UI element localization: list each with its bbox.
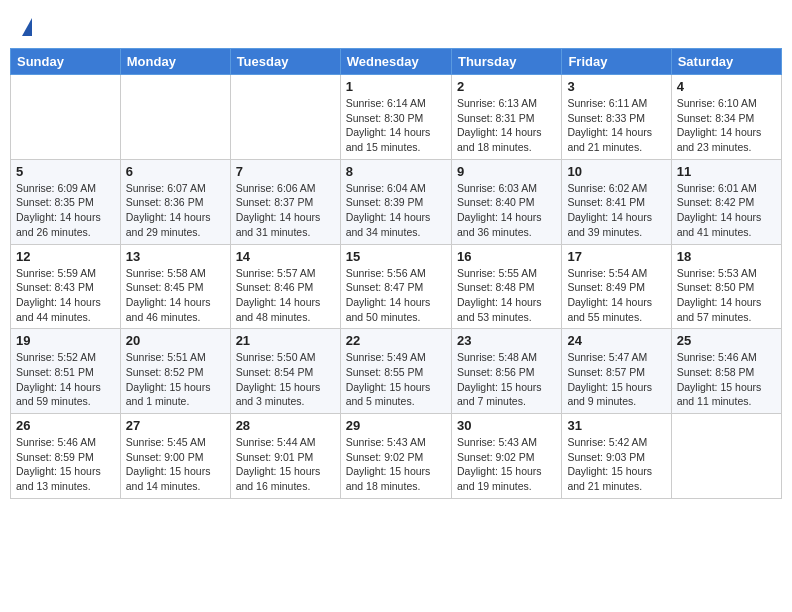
day-info: Sunrise: 5:46 AM Sunset: 8:58 PM Dayligh… [677,350,776,409]
logo [20,18,32,38]
calendar-cell: 26Sunrise: 5:46 AM Sunset: 8:59 PM Dayli… [11,414,121,499]
day-info: Sunrise: 5:53 AM Sunset: 8:50 PM Dayligh… [677,266,776,325]
calendar-cell: 28Sunrise: 5:44 AM Sunset: 9:01 PM Dayli… [230,414,340,499]
calendar-header-saturday: Saturday [671,49,781,75]
calendar-cell: 24Sunrise: 5:47 AM Sunset: 8:57 PM Dayli… [562,329,671,414]
calendar-cell: 21Sunrise: 5:50 AM Sunset: 8:54 PM Dayli… [230,329,340,414]
day-info: Sunrise: 6:13 AM Sunset: 8:31 PM Dayligh… [457,96,556,155]
calendar-header-wednesday: Wednesday [340,49,451,75]
calendar-cell: 15Sunrise: 5:56 AM Sunset: 8:47 PM Dayli… [340,244,451,329]
day-info: Sunrise: 5:50 AM Sunset: 8:54 PM Dayligh… [236,350,335,409]
calendar-header-row: SundayMondayTuesdayWednesdayThursdayFrid… [11,49,782,75]
calendar-cell: 25Sunrise: 5:46 AM Sunset: 8:58 PM Dayli… [671,329,781,414]
day-info: Sunrise: 5:54 AM Sunset: 8:49 PM Dayligh… [567,266,665,325]
day-info: Sunrise: 6:02 AM Sunset: 8:41 PM Dayligh… [567,181,665,240]
day-number: 1 [346,79,446,94]
calendar-cell: 12Sunrise: 5:59 AM Sunset: 8:43 PM Dayli… [11,244,121,329]
calendar-header-thursday: Thursday [451,49,561,75]
calendar-cell: 14Sunrise: 5:57 AM Sunset: 8:46 PM Dayli… [230,244,340,329]
day-number: 2 [457,79,556,94]
day-info: Sunrise: 5:58 AM Sunset: 8:45 PM Dayligh… [126,266,225,325]
day-info: Sunrise: 5:48 AM Sunset: 8:56 PM Dayligh… [457,350,556,409]
calendar-cell: 5Sunrise: 6:09 AM Sunset: 8:35 PM Daylig… [11,159,121,244]
day-number: 24 [567,333,665,348]
day-number: 8 [346,164,446,179]
day-number: 31 [567,418,665,433]
day-info: Sunrise: 5:55 AM Sunset: 8:48 PM Dayligh… [457,266,556,325]
day-number: 27 [126,418,225,433]
calendar-cell: 10Sunrise: 6:02 AM Sunset: 8:41 PM Dayli… [562,159,671,244]
day-info: Sunrise: 6:14 AM Sunset: 8:30 PM Dayligh… [346,96,446,155]
calendar-cell: 30Sunrise: 5:43 AM Sunset: 9:02 PM Dayli… [451,414,561,499]
day-number: 16 [457,249,556,264]
day-number: 5 [16,164,115,179]
day-number: 26 [16,418,115,433]
calendar-cell: 22Sunrise: 5:49 AM Sunset: 8:55 PM Dayli… [340,329,451,414]
day-info: Sunrise: 5:56 AM Sunset: 8:47 PM Dayligh… [346,266,446,325]
calendar-header-monday: Monday [120,49,230,75]
day-info: Sunrise: 6:03 AM Sunset: 8:40 PM Dayligh… [457,181,556,240]
logo-triangle-icon [22,18,32,36]
calendar-cell: 6Sunrise: 6:07 AM Sunset: 8:36 PM Daylig… [120,159,230,244]
day-number: 20 [126,333,225,348]
day-info: Sunrise: 5:43 AM Sunset: 9:02 PM Dayligh… [346,435,446,494]
day-number: 12 [16,249,115,264]
calendar-cell: 1Sunrise: 6:14 AM Sunset: 8:30 PM Daylig… [340,75,451,160]
calendar-cell: 31Sunrise: 5:42 AM Sunset: 9:03 PM Dayli… [562,414,671,499]
day-info: Sunrise: 5:43 AM Sunset: 9:02 PM Dayligh… [457,435,556,494]
page-header [10,10,782,44]
day-number: 4 [677,79,776,94]
calendar-cell: 18Sunrise: 5:53 AM Sunset: 8:50 PM Dayli… [671,244,781,329]
calendar-cell: 23Sunrise: 5:48 AM Sunset: 8:56 PM Dayli… [451,329,561,414]
calendar-cell: 17Sunrise: 5:54 AM Sunset: 8:49 PM Dayli… [562,244,671,329]
calendar-cell: 2Sunrise: 6:13 AM Sunset: 8:31 PM Daylig… [451,75,561,160]
day-info: Sunrise: 5:57 AM Sunset: 8:46 PM Dayligh… [236,266,335,325]
calendar-cell [120,75,230,160]
day-number: 14 [236,249,335,264]
day-info: Sunrise: 6:01 AM Sunset: 8:42 PM Dayligh… [677,181,776,240]
calendar-header-friday: Friday [562,49,671,75]
day-info: Sunrise: 6:07 AM Sunset: 8:36 PM Dayligh… [126,181,225,240]
calendar-cell: 16Sunrise: 5:55 AM Sunset: 8:48 PM Dayli… [451,244,561,329]
calendar-week-row: 19Sunrise: 5:52 AM Sunset: 8:51 PM Dayli… [11,329,782,414]
day-number: 13 [126,249,225,264]
day-number: 19 [16,333,115,348]
day-info: Sunrise: 5:59 AM Sunset: 8:43 PM Dayligh… [16,266,115,325]
day-number: 29 [346,418,446,433]
day-info: Sunrise: 6:10 AM Sunset: 8:34 PM Dayligh… [677,96,776,155]
calendar-cell: 9Sunrise: 6:03 AM Sunset: 8:40 PM Daylig… [451,159,561,244]
day-number: 28 [236,418,335,433]
calendar-cell: 8Sunrise: 6:04 AM Sunset: 8:39 PM Daylig… [340,159,451,244]
day-number: 7 [236,164,335,179]
calendar-cell: 4Sunrise: 6:10 AM Sunset: 8:34 PM Daylig… [671,75,781,160]
day-number: 10 [567,164,665,179]
calendar-cell [230,75,340,160]
day-number: 30 [457,418,556,433]
day-number: 11 [677,164,776,179]
calendar-cell: 20Sunrise: 5:51 AM Sunset: 8:52 PM Dayli… [120,329,230,414]
calendar-cell: 29Sunrise: 5:43 AM Sunset: 9:02 PM Dayli… [340,414,451,499]
day-info: Sunrise: 5:44 AM Sunset: 9:01 PM Dayligh… [236,435,335,494]
day-info: Sunrise: 5:47 AM Sunset: 8:57 PM Dayligh… [567,350,665,409]
day-number: 17 [567,249,665,264]
calendar-week-row: 1Sunrise: 6:14 AM Sunset: 8:30 PM Daylig… [11,75,782,160]
day-info: Sunrise: 5:51 AM Sunset: 8:52 PM Dayligh… [126,350,225,409]
calendar-cell [671,414,781,499]
day-number: 23 [457,333,556,348]
calendar-cell: 3Sunrise: 6:11 AM Sunset: 8:33 PM Daylig… [562,75,671,160]
day-number: 21 [236,333,335,348]
day-number: 25 [677,333,776,348]
calendar-week-row: 26Sunrise: 5:46 AM Sunset: 8:59 PM Dayli… [11,414,782,499]
calendar-header-sunday: Sunday [11,49,121,75]
day-info: Sunrise: 6:11 AM Sunset: 8:33 PM Dayligh… [567,96,665,155]
day-number: 6 [126,164,225,179]
day-number: 15 [346,249,446,264]
calendar-cell: 19Sunrise: 5:52 AM Sunset: 8:51 PM Dayli… [11,329,121,414]
day-info: Sunrise: 6:09 AM Sunset: 8:35 PM Dayligh… [16,181,115,240]
day-info: Sunrise: 5:45 AM Sunset: 9:00 PM Dayligh… [126,435,225,494]
calendar-cell: 7Sunrise: 6:06 AM Sunset: 8:37 PM Daylig… [230,159,340,244]
day-info: Sunrise: 6:06 AM Sunset: 8:37 PM Dayligh… [236,181,335,240]
calendar-table: SundayMondayTuesdayWednesdayThursdayFrid… [10,48,782,499]
day-info: Sunrise: 5:52 AM Sunset: 8:51 PM Dayligh… [16,350,115,409]
calendar-cell [11,75,121,160]
